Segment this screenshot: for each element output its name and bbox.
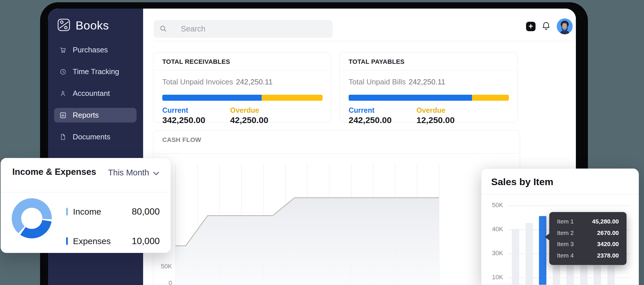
- clock-icon: [59, 68, 67, 76]
- document-icon: [59, 133, 67, 141]
- bar-chart-icon: [59, 112, 67, 119]
- sales-bar-5[interactable]: [566, 265, 574, 285]
- tooltip-row: Item 42378.00: [549, 252, 627, 259]
- overdue-label: Overdue: [416, 106, 445, 114]
- app-logo[interactable]: Books: [57, 18, 109, 33]
- topbar-divider: [154, 41, 574, 41]
- current-label: Current: [349, 106, 374, 114]
- tooltip-item-value: 2378.00: [597, 252, 619, 259]
- legend-label: Expenses: [73, 236, 111, 246]
- cart-icon: [59, 46, 67, 54]
- payables-progress-bar: [349, 95, 509, 101]
- legend-tick-icon: [66, 237, 68, 245]
- sales-bar-8[interactable]: [607, 265, 615, 285]
- receivables-title: TOTAL RECEIVABLES: [162, 58, 230, 66]
- receivables-progress-bar: [162, 95, 323, 101]
- sidebar-item-reports[interactable]: Reports: [54, 108, 137, 122]
- period-dropdown[interactable]: This Month: [108, 168, 159, 177]
- sidebar-item-accountant[interactable]: Accountant: [54, 86, 137, 101]
- current-value: 342,250.00: [162, 115, 205, 125]
- sidebar-item-label: Accountant: [73, 89, 110, 98]
- overdue-value: 12,250.00: [416, 115, 455, 125]
- tooltip-arrow-icon: [545, 233, 550, 241]
- sales-by-item-title: Sales by Item: [491, 176, 553, 187]
- books-logo-icon: [57, 18, 71, 33]
- current-label: Current: [162, 106, 188, 114]
- person-icon: [59, 90, 67, 97]
- legend-label: Income: [73, 207, 101, 217]
- donut-hole: [21, 208, 42, 229]
- sidebar-item-label: Documents: [73, 132, 110, 141]
- add-new-button[interactable]: +: [526, 22, 536, 31]
- divider: [1, 192, 171, 192]
- period-dropdown-label: This Month: [108, 168, 149, 177]
- unpaid-bills-amount: 242,250.11: [408, 78, 445, 86]
- income-expenses-title: Income & Expenses: [12, 167, 96, 177]
- legend-value: 10,000: [132, 236, 160, 246]
- tooltip-item-label: Item 3: [557, 241, 574, 248]
- notifications-bell-icon[interactable]: [542, 21, 551, 31]
- tooltip-item-value: 45,280.00: [592, 218, 619, 225]
- sales-gridline: [508, 205, 630, 206]
- legend-tick-icon: [66, 208, 68, 215]
- income-expenses-donut-chart: [12, 198, 52, 238]
- overdue-label: Overdue: [230, 106, 259, 114]
- sidebar-item-label: Time Tracking: [73, 67, 119, 76]
- sales-bar-1[interactable]: [512, 229, 519, 285]
- divider: [340, 70, 517, 70]
- tooltip-item-value: 2670.00: [597, 229, 619, 236]
- overdue-value: 42,250.00: [230, 115, 268, 125]
- cash-flow-ytick: 0: [155, 279, 172, 285]
- payables-title: TOTAL PAYABLES: [349, 58, 404, 66]
- tooltip-item-value: 3420.00: [597, 241, 619, 248]
- tooltip-item-label: Item 1: [557, 218, 574, 225]
- tooltip-row: Item 33420.00: [549, 241, 627, 248]
- legend-value: 80,000: [132, 206, 160, 217]
- app-logo-text: Books: [76, 19, 109, 32]
- sales-bar-3-highlighted[interactable]: [539, 216, 546, 285]
- sales-ytick: 30K: [481, 250, 503, 257]
- current-value: 242,250.00: [349, 115, 392, 125]
- cash-flow-ytick: 50K: [155, 263, 172, 270]
- legend-row-income: Income80,000: [66, 206, 160, 217]
- sales-by-item-card: Sales by Item 50K40K30K10KItem 145,280.0…: [481, 169, 639, 285]
- sales-bar-chart: 50K40K30K10KItem 145,280.00Item 22670.00…: [481, 194, 639, 285]
- tooltip-row: Item 145,280.00: [549, 218, 627, 225]
- tooltip-item-label: Item 2: [557, 229, 574, 236]
- unpaid-invoices-amount: 242,250.11: [236, 78, 272, 86]
- sales-bar-4[interactable]: [553, 265, 560, 285]
- total-payables-card: TOTAL PAYABLES Total Unpaid Bills242,250…: [339, 52, 517, 122]
- sidebar-item-documents[interactable]: Documents: [54, 130, 137, 144]
- payables-current-fill: [349, 95, 472, 101]
- sales-bar-6[interactable]: [580, 265, 588, 285]
- user-avatar[interactable]: [557, 18, 573, 34]
- sidebar-item-label: Purchases: [73, 45, 108, 54]
- total-receivables-card: TOTAL RECEIVABLES Total Unpaid Invoices2…: [153, 52, 331, 122]
- divider: [153, 70, 331, 70]
- sales-ytick: 10K: [481, 274, 503, 281]
- search-input[interactable]: [154, 20, 333, 38]
- tooltip-row: Item 22670.00: [549, 229, 627, 236]
- sales-tooltip: Item 145,280.00Item 22670.00Item 33420.0…: [549, 212, 627, 265]
- unpaid-bills-summary: Total Unpaid Bills242,250.11: [349, 78, 445, 86]
- sidebar-item-label: Reports: [73, 111, 99, 120]
- cash-flow-card: CASH FLOW 50K0: [153, 130, 520, 285]
- chevron-down-icon: [153, 168, 159, 177]
- plus-icon: +: [529, 23, 533, 30]
- sidebar-item-purchases[interactable]: Purchases: [54, 43, 137, 57]
- sales-bar-7[interactable]: [594, 265, 601, 285]
- sales-ytick: 40K: [481, 225, 503, 233]
- unpaid-invoices-summary: Total Unpaid Invoices242,250.11: [162, 78, 272, 86]
- screenshot-root: Books PurchasesTime TrackingAccountantRe…: [0, 0, 644, 285]
- receivables-current-fill: [162, 95, 262, 101]
- sidebar-item-time-tracking[interactable]: Time Tracking: [54, 64, 137, 79]
- sales-ytick: 50K: [481, 201, 503, 209]
- sales-bar-2[interactable]: [526, 223, 533, 285]
- income-expenses-card: Income & Expenses This Month Income80,00…: [1, 158, 171, 253]
- legend-row-expenses: Expenses10,000: [66, 236, 160, 246]
- cash-flow-area-chart: [153, 130, 520, 285]
- tooltip-item-label: Item 4: [557, 252, 574, 259]
